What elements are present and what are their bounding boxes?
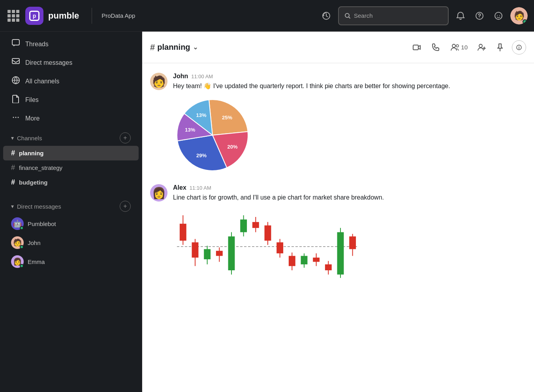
search-box[interactable]: Search (338, 6, 449, 25)
search-placeholder: Search (354, 12, 373, 19)
members-button[interactable]: 10 (448, 42, 471, 53)
files-icon (11, 94, 21, 105)
add-member-button[interactable] (476, 41, 488, 54)
emma-avatar: 👩 (11, 255, 24, 268)
add-dm-button[interactable]: + (120, 201, 131, 212)
alex-msg-time: 11:10 AM (190, 185, 211, 191)
john-online (20, 245, 24, 249)
channels-section-label: Channels (17, 135, 42, 141)
alex-msg-avatar: 👩 (150, 184, 167, 202)
chevron-dm-icon: ▾ (11, 203, 14, 209)
john-msg-header: John 11:00 AM (173, 73, 526, 80)
sidebar: Threads Direct messages All channels Fil… (0, 32, 142, 392)
dm-icon (11, 57, 21, 68)
svg-point-11 (15, 117, 17, 118)
help-button[interactable] (472, 9, 487, 23)
chat-header: # planning ⌄ 10 (142, 32, 534, 63)
add-member-icon (478, 44, 486, 51)
header-channel-name: planning (157, 43, 190, 52)
grid-icon (8, 10, 19, 22)
alex-msg-name: Alex (173, 184, 186, 191)
chat-area: # planning ⌄ 10 (142, 32, 534, 392)
main-content: Threads Direct messages All channels Fil… (0, 32, 534, 392)
add-channel-button[interactable]: + (120, 132, 131, 143)
dm-john[interactable]: 🧑 John (3, 233, 139, 252)
svg-point-18 (519, 46, 519, 47)
info-button[interactable] (512, 40, 526, 55)
svg-point-3 (479, 17, 480, 18)
channel-finance-strategy[interactable]: # finance_strategy (3, 160, 139, 175)
alex-msg-header: Alex 11:10 AM (173, 184, 526, 191)
notifications-button[interactable] (453, 9, 468, 23)
sidebar-dm-label: Direct messages (25, 59, 72, 66)
svg-rect-54 (349, 236, 356, 249)
video-button[interactable] (410, 40, 424, 55)
svg-point-12 (18, 117, 19, 118)
channel-budgeting[interactable]: # budgeting (3, 175, 139, 190)
chevron-channels-icon: ▾ (11, 135, 14, 141)
sidebar-files-label: Files (25, 96, 39, 104)
sidebar-item-threads[interactable]: Threads (3, 35, 139, 53)
history-icon (322, 11, 331, 20)
emoji-button[interactable] (491, 9, 506, 23)
channel-dropdown-icon[interactable]: ⌄ (193, 43, 198, 51)
dm-section-header[interactable]: ▾ Direct messages + (3, 196, 139, 214)
sidebar-item-all-channels[interactable]: All channels (3, 72, 139, 90)
svg-rect-38 (252, 222, 259, 228)
svg-point-5 (497, 15, 498, 16)
pumblebot-avatar: 🤖 (11, 217, 24, 230)
sidebar-channels-label: All channels (25, 78, 59, 85)
svg-rect-52 (337, 232, 344, 275)
svg-point-14 (452, 44, 455, 47)
search-icon (344, 13, 351, 19)
pumblebot-online (20, 226, 24, 230)
message-alex: 👩 Alex 11:10 AM Line chart is for growth… (150, 184, 526, 286)
svg-text:13%: 13% (196, 112, 207, 118)
members-count: 10 (461, 44, 468, 51)
sidebar-threads-label: Threads (25, 41, 49, 48)
svg-rect-32 (216, 251, 223, 256)
workspace-name: ProData App (102, 12, 135, 19)
emoji-icon (494, 11, 503, 20)
info-icon (516, 45, 522, 50)
dm-section-label: Direct messages (17, 203, 61, 210)
message-john: 🧑 John 11:00 AM Hey team! 👋 I've updated… (150, 73, 526, 175)
alex-msg-body: Alex 11:10 AM Line chart is for growth, … (173, 184, 526, 286)
sidebar-item-files[interactable]: Files (3, 90, 139, 109)
channel-hash-icon: # (11, 178, 15, 187)
bell-icon (456, 11, 465, 20)
john-avatar: 🧑 (11, 236, 24, 249)
sidebar-item-direct-messages[interactable]: Direct messages (3, 53, 139, 72)
svg-point-10 (13, 117, 14, 118)
user-avatar[interactable]: 🧑 (510, 7, 528, 24)
grid-menu-button[interactable] (6, 9, 21, 23)
channel-planning[interactable]: # planning (3, 146, 139, 160)
svg-rect-7 (12, 40, 19, 45)
members-icon (451, 44, 459, 51)
alex-msg-text: Line chart is for growth, and I'll use a… (173, 193, 526, 202)
svg-point-6 (499, 15, 500, 16)
svg-rect-46 (301, 256, 308, 264)
john-msg-name: John (173, 73, 188, 80)
svg-rect-40 (265, 225, 271, 241)
brand-name: pumble (48, 11, 79, 21)
dm-emma[interactable]: 👩 Emma (3, 252, 139, 271)
channel-budgeting-label: budgeting (19, 179, 47, 186)
history-button[interactable] (319, 9, 333, 23)
john-label: John (28, 239, 41, 246)
svg-rect-34 (228, 236, 235, 270)
channel-hash-icon: # (11, 149, 15, 157)
channel-name-header[interactable]: # planning ⌄ (150, 42, 198, 53)
phone-button[interactable] (429, 40, 443, 55)
channels-section-header[interactable]: ▾ Channels + (3, 128, 139, 146)
more-icon (11, 113, 21, 124)
svg-rect-30 (204, 249, 211, 259)
header-hash: # (150, 42, 155, 53)
svg-rect-28 (192, 242, 199, 258)
dm-pumblebot[interactable]: 🤖 Pumblebot (3, 214, 139, 233)
svg-rect-42 (276, 242, 283, 253)
pin-button[interactable] (493, 40, 507, 55)
app-logo[interactable]: p (25, 7, 43, 25)
sidebar-item-more[interactable]: More (3, 109, 139, 128)
svg-point-16 (479, 44, 482, 47)
